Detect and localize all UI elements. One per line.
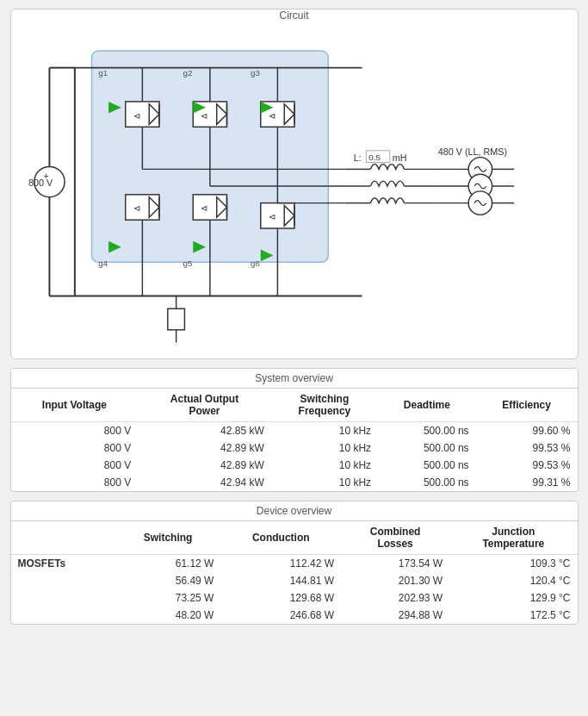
circuit-title: Circuit	[272, 9, 315, 22]
table-cell: 246.68 W	[220, 607, 341, 624]
svg-text:480 V (LL, RMS): 480 V (LL, RMS)	[437, 146, 506, 157]
device-label: MOSFETs	[11, 555, 115, 573]
device-label	[11, 589, 115, 607]
table-cell: 109.3 °C	[449, 555, 577, 573]
svg-text:g4: g4	[98, 258, 108, 268]
table-cell: 144.81 W	[220, 572, 341, 589]
circuit-panel: Circuit + 800 V ⊲	[10, 9, 579, 359]
table-row: 56.49 W144.81 W201.30 W120.4 °C	[11, 572, 578, 589]
device-label	[11, 607, 115, 624]
table-cell: 112.42 W	[220, 555, 341, 573]
table-cell: 61.12 W	[115, 555, 221, 573]
svg-text:mH: mH	[392, 153, 406, 163]
table-cell: 42.89 kW	[138, 457, 271, 474]
table-cell: 129.9 °C	[449, 589, 577, 607]
device-table-body: MOSFETs61.12 W112.42 W173.54 W109.3 °C56…	[11, 555, 578, 625]
svg-text:g6: g6	[250, 258, 259, 268]
svg-text:⊲: ⊲	[268, 111, 275, 121]
system-overview-table: Input Voltage Actual OutputPower Switchi…	[11, 389, 578, 491]
system-overview-title: System overview	[11, 369, 578, 389]
col-switching-frequency: SwitchingFrequency	[271, 389, 378, 422]
system-table-body: 800 V42.85 kW10 kHz500.00 ns99.60 %800 V…	[11, 422, 578, 492]
col-device	[11, 521, 115, 555]
svg-text:g2: g2	[183, 68, 192, 78]
table-cell: 42.85 kW	[138, 422, 271, 440]
svg-rect-51	[260, 203, 294, 228]
table-cell: 10 kHz	[271, 474, 378, 491]
table-cell: 42.94 kW	[138, 474, 271, 491]
col-deadtime: Deadtime	[378, 389, 476, 422]
table-cell: 500.00 ns	[378, 474, 476, 491]
device-label	[11, 572, 115, 589]
device-overview-panel: Device overview Switching Conduction Com…	[10, 501, 579, 625]
table-cell: 294.88 W	[341, 607, 449, 624]
col-switching: Switching	[115, 521, 221, 555]
svg-text:⊲: ⊲	[133, 111, 139, 121]
circuit-diagram: + 800 V ⊲ g1 ⊲ g4	[24, 27, 565, 346]
col-efficiency: Efficiency	[476, 389, 578, 422]
system-overview-panel: System overview Input Voltage Actual Out…	[10, 368, 579, 492]
table-cell: 48.20 W	[115, 607, 221, 624]
svg-text:g1: g1	[98, 68, 108, 78]
table-cell: 500.00 ns	[378, 439, 476, 457]
circuit-svg: + 800 V ⊲ g1 ⊲ g4	[24, 27, 565, 346]
table-cell: 99.53 %	[476, 439, 578, 457]
svg-rect-80	[167, 308, 184, 330]
table-cell: 73.25 W	[115, 589, 221, 607]
table-cell: 42.89 kW	[138, 439, 271, 457]
table-row: 48.20 W246.68 W294.88 W172.5 °C	[11, 607, 578, 624]
table-cell: 99.60 %	[476, 422, 578, 440]
table-cell: 10 kHz	[271, 439, 378, 457]
col-combined-losses: CombinedLosses	[341, 521, 449, 555]
svg-text:⊲: ⊲	[201, 203, 207, 213]
table-row: 800 V42.85 kW10 kHz500.00 ns99.60 %	[11, 422, 578, 440]
svg-text:L:: L:	[353, 153, 361, 163]
table-cell: 800 V	[11, 422, 139, 440]
table-cell: 10 kHz	[271, 457, 378, 474]
svg-rect-35	[193, 195, 226, 220]
table-row: 73.25 W129.68 W202.93 W129.9 °C	[11, 589, 578, 607]
svg-rect-19	[125, 195, 158, 220]
table-cell: 500.00 ns	[378, 457, 476, 474]
device-overview-title: Device overview	[11, 501, 578, 521]
col-input-voltage: Input Voltage	[11, 389, 139, 422]
table-cell: 173.54 W	[341, 555, 449, 573]
svg-text:0.5: 0.5	[368, 153, 381, 162]
svg-text:g3: g3	[250, 68, 259, 78]
svg-text:⊲: ⊲	[268, 212, 275, 221]
table-cell: 120.4 °C	[449, 572, 577, 589]
table-cell: 172.5 °C	[449, 607, 577, 624]
table-cell: 800 V	[11, 474, 139, 491]
table-row: MOSFETs61.12 W112.42 W173.54 W109.3 °C	[11, 555, 578, 573]
device-overview-table: Switching Conduction CombinedLosses Junc…	[11, 521, 578, 624]
table-cell: 800 V	[11, 439, 139, 457]
table-cell: 10 kHz	[271, 422, 378, 440]
table-row: 800 V42.94 kW10 kHz500.00 ns99.31 %	[11, 474, 578, 491]
table-cell: 56.49 W	[115, 572, 221, 589]
svg-rect-12	[125, 102, 158, 127]
table-cell: 99.31 %	[476, 474, 578, 491]
table-cell: 129.68 W	[220, 589, 341, 607]
svg-text:g5: g5	[183, 258, 192, 268]
table-cell: 201.30 W	[341, 572, 449, 589]
table-cell: 202.93 W	[341, 589, 449, 607]
svg-text:⊲: ⊲	[201, 111, 207, 121]
svg-text:800 V: 800 V	[28, 177, 53, 188]
table-cell: 800 V	[11, 457, 139, 474]
col-actual-output-power: Actual OutputPower	[138, 389, 271, 422]
table-row: 800 V42.89 kW10 kHz500.00 ns99.53 %	[11, 457, 578, 474]
col-junction-temp: JunctionTemperature	[449, 521, 577, 555]
svg-text:⊲: ⊲	[133, 203, 139, 213]
table-row: 800 V42.89 kW10 kHz500.00 ns99.53 %	[11, 439, 578, 457]
table-cell: 99.53 %	[476, 457, 578, 474]
table-cell: 500.00 ns	[378, 422, 476, 440]
col-conduction: Conduction	[220, 521, 341, 555]
